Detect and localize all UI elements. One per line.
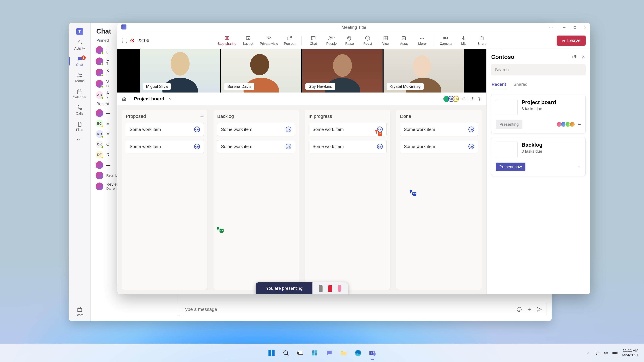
board-card[interactable]: Some work itemCB bbox=[217, 140, 295, 153]
svg-point-39 bbox=[596, 354, 597, 355]
eraser-tool[interactable] bbox=[338, 285, 342, 292]
side-search[interactable]: Search bbox=[491, 64, 586, 75]
video-tile[interactable]: Guy Hawkins bbox=[302, 49, 382, 92]
board-card[interactable]: Some work itemCB bbox=[126, 123, 204, 136]
presence-overflow[interactable]: +2 bbox=[461, 97, 466, 101]
chevron-down-icon[interactable] bbox=[168, 97, 172, 101]
private-view-button[interactable]: Private view bbox=[260, 35, 278, 45]
minimize-button[interactable] bbox=[562, 25, 567, 30]
share-icon[interactable] bbox=[470, 96, 475, 101]
system-tray[interactable]: 11:11 AM 6/24/2021 bbox=[586, 349, 638, 357]
board-card[interactable]: Some work itemCB bbox=[126, 140, 204, 153]
close-icon[interactable] bbox=[581, 55, 586, 59]
pop-out-button[interactable]: Pop out bbox=[283, 35, 296, 45]
presenting-toolbar: You are presenting bbox=[256, 282, 348, 294]
people-button[interactable]: 9 People bbox=[325, 35, 338, 45]
file-explorer-button[interactable] bbox=[338, 348, 349, 358]
nav-chat[interactable]: 1 Chat bbox=[69, 56, 90, 67]
stop-sharing-button[interactable]: Stop sharing bbox=[218, 35, 236, 45]
more-button[interactable]: More bbox=[416, 35, 428, 45]
participant-name: Guy Hawkins bbox=[306, 83, 335, 90]
board-card[interactable]: Some work itemCB bbox=[400, 123, 478, 136]
board-title: Project board bbox=[134, 96, 164, 102]
card-more-icon[interactable]: ··· bbox=[578, 122, 581, 126]
board-card[interactable]: Some work itemCB bbox=[217, 123, 295, 136]
widgets-button[interactable] bbox=[310, 348, 320, 358]
video-tile[interactable]: Serena Davis bbox=[221, 49, 301, 92]
svg-point-8 bbox=[268, 38, 269, 39]
emoji-icon[interactable] bbox=[516, 307, 522, 312]
content-title: Project board bbox=[522, 99, 556, 105]
board-card[interactable]: Some work itemCB bbox=[400, 140, 478, 153]
video-strip: Miguel Silva Serena Davis Guy Hawkins Kr… bbox=[118, 49, 486, 92]
content-card[interactable]: Backlog 3 tasks due Present now ··· bbox=[491, 137, 586, 176]
start-button[interactable] bbox=[266, 348, 276, 358]
board-presence-avatars[interactable]: CB CW bbox=[445, 96, 459, 102]
add-icon[interactable] bbox=[526, 307, 532, 312]
view-button[interactable]: View bbox=[379, 35, 392, 45]
home-icon[interactable] bbox=[122, 96, 126, 101]
board-card[interactable]: Some work itemCB bbox=[308, 140, 386, 153]
pop-out-icon[interactable] bbox=[572, 55, 576, 59]
react-button[interactable]: React bbox=[361, 35, 374, 45]
content-thumbnail bbox=[496, 142, 518, 158]
nav-store[interactable]: Store bbox=[69, 307, 90, 317]
wifi-icon[interactable] bbox=[594, 351, 599, 355]
svg-rect-42 bbox=[613, 352, 616, 354]
mic-button[interactable]: Mic bbox=[457, 35, 470, 45]
gear-icon[interactable] bbox=[477, 96, 482, 101]
svg-rect-2 bbox=[77, 90, 82, 94]
video-tile[interactable]: Miguel Silva bbox=[140, 49, 220, 92]
taskbar-search[interactable] bbox=[281, 348, 291, 358]
tray-chevron-icon[interactable] bbox=[586, 351, 590, 355]
task-view-button[interactable] bbox=[295, 348, 306, 358]
volume-icon[interactable] bbox=[604, 351, 608, 355]
layout-button[interactable]: Layout bbox=[242, 35, 254, 45]
battery-icon[interactable] bbox=[612, 351, 618, 355]
svg-rect-33 bbox=[315, 353, 317, 355]
meeting-title: Meeting Title bbox=[342, 25, 366, 30]
chat-button[interactable]: Chat bbox=[307, 35, 320, 45]
shield-icon bbox=[122, 38, 127, 43]
edge-button[interactable] bbox=[353, 348, 363, 358]
svg-point-20 bbox=[479, 98, 480, 99]
add-card-button[interactable]: + bbox=[200, 115, 204, 118]
maximize-button[interactable] bbox=[572, 25, 577, 30]
column-in-progress: In progress Some work item DB CB Some wo… bbox=[305, 110, 390, 290]
system-time: 11:11 AM bbox=[622, 349, 638, 353]
nav-calls-label: Calls bbox=[76, 112, 83, 115]
card-more-icon[interactable]: ··· bbox=[578, 165, 581, 169]
svg-point-38 bbox=[374, 351, 375, 353]
svg-rect-6 bbox=[246, 36, 250, 39]
tab-shared[interactable]: Shared bbox=[513, 80, 528, 89]
share-button[interactable]: Share bbox=[476, 35, 488, 45]
content-card[interactable]: Project board 3 tasks due Presenting ··· bbox=[491, 95, 586, 133]
send-icon[interactable] bbox=[536, 307, 542, 312]
system-clock[interactable]: 11:11 AM 6/24/2021 bbox=[622, 349, 638, 357]
column-title: Proposed bbox=[126, 114, 146, 119]
close-button[interactable] bbox=[582, 25, 588, 30]
tab-recent[interactable]: Recent bbox=[491, 80, 506, 89]
recording-icon bbox=[130, 39, 134, 42]
nav-activity[interactable]: Activity bbox=[69, 40, 90, 50]
raise-hand-button[interactable]: Raise bbox=[343, 35, 356, 45]
present-now-button[interactable]: Present now bbox=[496, 163, 526, 171]
more-icon[interactable]: ··· bbox=[549, 25, 554, 30]
teams-app-button[interactable]: T bbox=[368, 348, 378, 358]
nav-more[interactable]: ··· bbox=[69, 137, 90, 142]
pen-tool-red[interactable] bbox=[328, 285, 332, 292]
chat-app-button[interactable] bbox=[324, 348, 334, 358]
nav-calendar[interactable]: Calendar bbox=[69, 89, 90, 99]
svg-rect-29 bbox=[297, 352, 299, 354]
camera-button[interactable]: Camera bbox=[439, 35, 452, 45]
nav-files[interactable]: Files bbox=[69, 121, 90, 132]
leave-button[interactable]: Leave bbox=[556, 35, 586, 45]
nav-calls[interactable]: Calls bbox=[69, 105, 90, 115]
message-input[interactable] bbox=[182, 307, 512, 312]
nav-teams[interactable]: Teams bbox=[69, 72, 90, 83]
message-composer[interactable] bbox=[178, 303, 547, 316]
board-card[interactable]: Some work item DB CB bbox=[308, 123, 386, 136]
apps-button[interactable]: Apps bbox=[398, 35, 410, 45]
pen-tool-grey[interactable] bbox=[319, 285, 323, 292]
video-tile[interactable]: Krystal McKinney bbox=[384, 49, 464, 92]
